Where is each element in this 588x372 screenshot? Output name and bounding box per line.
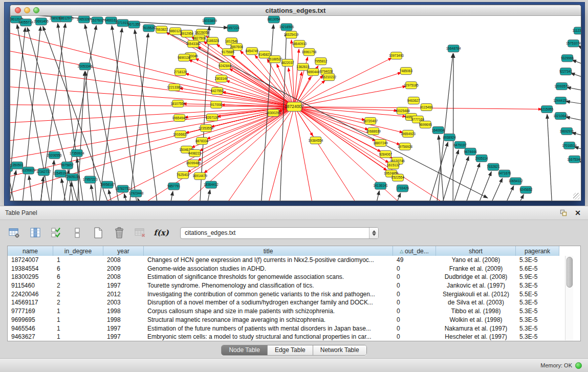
graph-node[interactable]: 10973493 [389,52,404,59]
trash-button[interactable] [112,226,126,240]
graph-node[interactable]: 12342737 [36,168,51,176]
delete-table-button[interactable] [133,226,147,240]
cell-in_degree[interactable]: 2 [53,298,103,307]
graph-node[interactable]: 18612973 [59,16,74,22]
scrollbar-thumb[interactable] [567,257,573,288]
graph-node[interactable]: 8912954 [181,30,194,37]
zoom-button[interactable] [33,7,39,13]
cell-out_degree[interactable]: 0 [393,265,436,273]
column-header-year[interactable]: year [103,246,144,256]
cell-in_degree[interactable]: 1 [53,324,103,333]
cell-year[interactable]: 1997 [103,333,144,341]
table-row[interactable]: 1938455462009Genome-wide association stu… [8,265,580,273]
cell-short[interactable]: Wolkin et al. (1998) [436,316,516,324]
graph-node[interactable]: 16914479 [192,172,207,180]
graph-edge[interactable] [547,114,552,201]
table-row[interactable]: 946362711997Embryonic stem cells: a mode… [8,333,580,341]
graph-node[interactable]: 18640910 [292,40,307,48]
graph-node[interactable]: 10688639 [366,127,381,135]
graph-node[interactable]: 1350501 [11,162,24,169]
graph-edge[interactable] [91,185,94,201]
graph-edge[interactable] [442,150,459,201]
graph-edge[interactable] [453,54,453,201]
cell-title[interactable]: Genome-wide association studies in ADHD. [144,265,393,273]
graph-node[interactable]: 20053346 [78,63,93,70]
stacked-boxes-button[interactable] [70,226,84,240]
table-row[interactable]: 911546021997Tourette syndrome. Phenomeno… [8,281,580,290]
cell-year[interactable]: 1998 [103,307,144,316]
column-header-pagerank[interactable]: pagerank [516,246,559,256]
resize-grip-icon[interactable] [573,193,580,200]
graph-node[interactable]: 8215955 [540,106,554,113]
graph-edge[interactable] [574,147,581,150]
cell-short[interactable]: Franke et al. (2009) [436,265,516,273]
cell-title[interactable]: Embryonic stem cells: a model to study s… [144,333,393,341]
graph-edge[interactable] [518,194,524,201]
cell-year[interactable]: 2003 [103,298,144,307]
table-row[interactable]: 969969511998Structural magnetic resonanc… [8,316,580,324]
graph-node[interactable]: 16782753 [116,185,130,192]
cell-in_degree[interactable]: 1 [53,256,103,265]
graph-node[interactable]: 19218506 [279,24,294,31]
graph-node[interactable]: 1615132 [387,162,400,169]
graph-edge[interactable] [376,191,380,201]
cell-out_degree[interactable]: 0 [393,324,436,333]
graph-node[interactable]: 8822037 [281,59,294,67]
cell-in_degree[interactable]: 6 [53,265,103,273]
graph-node[interactable]: 16543382 [186,40,201,48]
graph-edge[interactable] [124,194,127,201]
graph-node[interactable]: 9329966 [561,55,574,62]
graph-edge[interactable] [138,198,140,201]
graph-node[interactable]: 16648784 [446,45,461,52]
graph-node[interactable]: 9463627 [407,97,421,104]
cell-pagerank[interactable]: 5.9E-5 [516,273,559,281]
cell-year[interactable]: 1998 [103,316,144,324]
graph-node[interactable]: 7955812 [314,58,328,65]
cell-name[interactable]: 9115460 [8,281,53,290]
cell-short[interactable]: Yano et al. (2008) [436,256,516,265]
cell-name[interactable]: 9465546 [8,324,53,333]
graph-node[interactable]: 9699695 [419,121,432,128]
graph-node[interactable]: 19384554 [309,137,323,144]
cell-year[interactable]: 2009 [103,265,144,273]
graph-node[interactable]: 11675344 [567,156,581,163]
graph-node[interactable]: 19166827 [173,130,188,138]
cell-title[interactable]: Estimation of the future numbers of pati… [144,324,393,333]
graph-edge[interactable] [10,86,294,107]
cell-pagerank[interactable]: 5.3E-5 [516,324,559,333]
cell-name[interactable]: 19384554 [8,265,53,273]
graph-node[interactable]: 17957223 [83,176,98,183]
graph-node[interactable]: 14055714 [18,19,33,26]
graph-node[interactable]: 19654923 [401,130,416,137]
graph-node[interactable]: 19958187 [100,181,115,188]
graph-node[interactable]: 9975857 [61,162,74,169]
graph-edge[interactable] [294,107,406,117]
graph-node[interactable]: 7663822 [155,26,168,33]
graph-node[interactable]: 2803144 [215,75,228,82]
graph-node[interactable]: 11156829 [21,167,36,174]
graph-edge[interactable] [112,26,137,201]
graph-node[interactable]: 9857791 [167,183,181,190]
graph-node[interactable]: 11123044 [573,27,581,34]
cell-title[interactable]: Disruption of a novel member of a sodium… [144,298,393,307]
cell-short[interactable]: de Silva et al. (2003) [436,298,516,307]
cell-pagerank[interactable]: 5.3E-5 [516,298,559,307]
graph-node[interactable]: 6479197 [454,141,467,148]
cell-out_degree[interactable]: 0 [393,307,436,316]
graph-node[interactable]: 9671355 [127,21,141,28]
cell-pagerank[interactable]: 5.3E-5 [516,333,559,341]
graph-node[interactable]: 9227341 [559,68,573,75]
graph-node[interactable]: 9175685 [222,49,235,56]
graph-edge[interactable] [572,133,581,137]
graph-edge[interactable] [465,163,480,201]
graph-edge[interactable] [571,73,581,79]
cell-in_degree[interactable]: 1 [53,333,103,341]
graph-node[interactable]: 17016514 [562,142,577,149]
cell-pagerank[interactable]: 5.3E-5 [516,307,559,316]
graph-node[interactable]: 16033809 [202,17,217,25]
graph-node[interactable]: 16210222 [321,74,336,81]
graph-edge[interactable] [294,107,359,201]
graph-edge[interactable] [505,186,514,201]
cell-in_degree[interactable]: 1 [53,316,103,324]
graph-node[interactable]: 9860128 [169,28,182,35]
